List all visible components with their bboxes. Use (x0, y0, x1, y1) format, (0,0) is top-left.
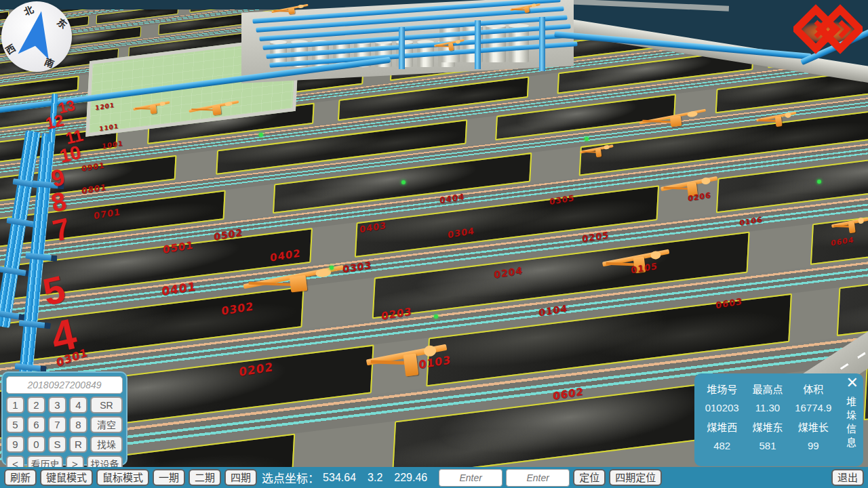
yard-no-value: 010203 (700, 402, 744, 413)
keypad-key-7[interactable]: 7 (48, 416, 66, 433)
coord-input-1[interactable] (439, 469, 502, 487)
conveyor-column (475, 20, 481, 69)
pile-east-value: 581 (745, 440, 789, 451)
conveyor-column (539, 17, 545, 71)
machine-tower (448, 43, 454, 51)
keypad-key-9[interactable]: 9 (6, 436, 24, 453)
selected-point-coord-label: 选点坐标： (262, 469, 319, 486)
machine-cab (650, 250, 661, 259)
machine-jib (511, 8, 526, 10)
machine-cab (224, 101, 233, 106)
coord-y-value: 3.2 (368, 472, 382, 484)
status-dot-green (434, 314, 438, 319)
status-dot-green (585, 137, 589, 141)
machine-tower (290, 275, 308, 293)
history-timestamp-input[interactable] (6, 376, 123, 394)
bottom-toolbar: 刷新键鼠模式鼠标模式一期二期四期 选点坐标： 534.64 3.2 229.46… (0, 467, 868, 488)
keypad-key-SR[interactable]: SR (90, 396, 123, 413)
volume-label: 体积 (791, 382, 835, 396)
conveyor-column (399, 27, 405, 69)
keypad-key-1[interactable]: 1 (6, 396, 24, 413)
keypad-row: 90SR找垛 (6, 436, 123, 453)
stack-info-panel: ✕ 堆场号 最高点 体积 010203 11.30 16774.9 煤堆西 煤堆… (694, 373, 863, 466)
machine-cab (298, 5, 304, 8)
pile-length-label: 煤堆长 (791, 420, 835, 434)
stack-info-side-label: 堆垛信息 (844, 396, 858, 451)
machine-cab (858, 218, 864, 224)
machine-tower (774, 116, 782, 127)
keypad-key-8[interactable]: 8 (69, 416, 87, 433)
phase-4-locate-button[interactable]: 四期定位 (609, 469, 662, 486)
stacker-reclaimer-icon[interactable] (830, 211, 868, 236)
machine-tower (595, 148, 601, 157)
keypad-key-R[interactable]: R (69, 436, 87, 453)
machine-tower (670, 116, 682, 127)
coord-z-value: 229.46 (394, 472, 427, 484)
yard-no-label: 堆场号 (700, 382, 744, 396)
pile-west-label: 煤堆西 (700, 420, 744, 434)
phase-4-button[interactable]: 四期 (224, 469, 257, 486)
machine-jib (436, 45, 450, 47)
keypad-key-找垛[interactable]: 找垛 (90, 436, 123, 453)
keypad-key-清空[interactable]: 清空 (90, 416, 123, 433)
keypad-key-0[interactable]: 0 (27, 436, 45, 453)
keypad-key-3[interactable]: 3 (48, 396, 66, 413)
machine-cab (604, 145, 609, 150)
stack-search-keypad-panel: 1234SR5678清空90SR找垛<看历史>找设备 (1, 371, 127, 466)
machine-tower (403, 353, 419, 376)
close-icon[interactable]: ✕ (846, 374, 859, 392)
machine-cab (785, 112, 791, 118)
machine-cab (159, 102, 165, 106)
keypad-key-S[interactable]: S (48, 436, 66, 453)
machine-tower (848, 222, 856, 233)
locate-button[interactable]: 定位 (573, 469, 606, 486)
coord-input-2[interactable] (506, 469, 570, 487)
refresh-button[interactable]: 刷新 (4, 469, 37, 486)
key-mouse-mode-button[interactable]: 键鼠模式 (40, 469, 93, 486)
machine-cab (532, 3, 536, 7)
machine-cab (687, 110, 698, 117)
pile-east-label: 煤堆东 (745, 420, 789, 434)
machine-tower (288, 7, 295, 14)
status-dot-green (330, 266, 334, 270)
status-dot-green (817, 180, 821, 184)
coord-x-value: 534.64 (323, 472, 356, 484)
compass[interactable]: 北 东 西 南 (1, 1, 72, 72)
machine-jib (758, 119, 777, 121)
company-logo-icon (793, 4, 863, 56)
machine-tower (212, 105, 221, 115)
volume-value: 16774.9 (791, 402, 835, 413)
row-number-12: 12 (43, 110, 65, 133)
phase-1-button[interactable]: 一期 (153, 469, 185, 486)
mouse-mode-button[interactable]: 鼠标模式 (96, 469, 149, 486)
compass-arrow-icon (1, 1, 72, 72)
highest-point-label: 最高点 (745, 382, 789, 396)
keypad-key-2[interactable]: 2 (27, 396, 45, 413)
keypad-key-4[interactable]: 4 (69, 396, 87, 413)
status-dot-green (401, 180, 406, 184)
machine-cab (456, 40, 460, 44)
machine-tower (524, 6, 530, 13)
keypad-key-6[interactable]: 6 (27, 416, 45, 433)
machine-jib (371, 361, 408, 365)
keypad-row: 1234SR (6, 396, 123, 413)
exit-button[interactable]: 退出 (831, 469, 864, 486)
keypad-key-5[interactable]: 5 (6, 416, 24, 433)
machine-tower (150, 105, 157, 114)
stack-info-grid: 堆场号 最高点 体积 010203 11.30 16774.9 煤堆西 煤堆东 … (700, 382, 835, 451)
highest-point-value: 11.30 (745, 402, 789, 413)
phase-2-button[interactable]: 二期 (189, 469, 221, 486)
keypad-row: 5678清空 (6, 416, 123, 433)
machine-cab (701, 177, 711, 185)
status-dot-green (259, 133, 263, 137)
pile-west-value: 482 (700, 440, 744, 451)
pile-length-value: 99 (791, 440, 835, 451)
